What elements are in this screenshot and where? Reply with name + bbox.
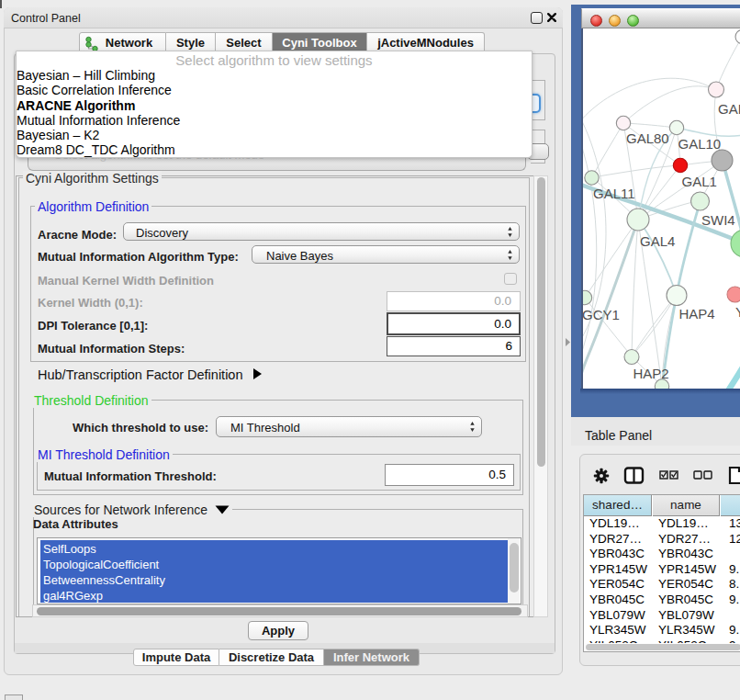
svg-text:GAL4: GAL4 — [640, 233, 675, 249]
svg-text:HAP2: HAP2 — [633, 366, 669, 381]
svg-text:GAL10: GAL10 — [678, 136, 722, 152]
svg-text:GAL: GAL — [718, 101, 740, 117]
svg-text:SWI4: SWI4 — [701, 212, 735, 228]
svg-text:GAL80: GAL80 — [626, 130, 669, 146]
svg-text:Y: Y — [735, 304, 740, 320]
svg-text:GCY1: GCY1 — [583, 307, 620, 322]
svg-text:HAP4: HAP4 — [679, 306, 715, 322]
svg-text:GAL1: GAL1 — [682, 174, 717, 189]
svg-text:GAL11: GAL11 — [593, 186, 635, 201]
